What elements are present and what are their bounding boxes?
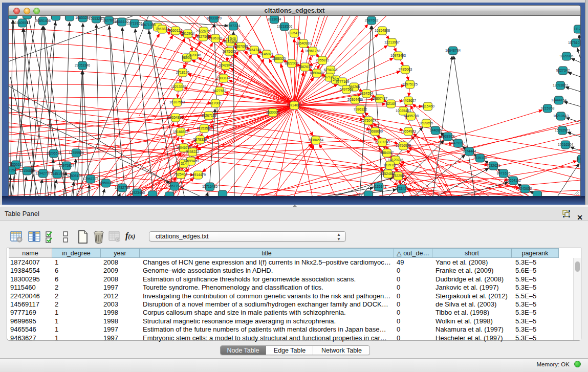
svg-text:10756928: 10756928 bbox=[396, 144, 411, 147]
svg-text:1362615: 1362615 bbox=[298, 65, 312, 69]
svg-text:9327505: 9327505 bbox=[197, 35, 210, 38]
svg-text:6497568: 6497568 bbox=[340, 87, 354, 91]
svg-text:7485063: 7485063 bbox=[399, 68, 412, 71]
svg-text:12942737: 12942737 bbox=[35, 171, 51, 175]
svg-text:8471626: 8471626 bbox=[497, 171, 511, 175]
svg-text:19654923: 19654923 bbox=[401, 129, 416, 133]
svg-text:19218506: 19218506 bbox=[277, 25, 292, 28]
svg-text:1145194: 1145194 bbox=[51, 172, 64, 176]
svg-text:18724007: 18724007 bbox=[287, 103, 302, 107]
svg-text:1530029: 1530029 bbox=[266, 111, 280, 114]
svg-text:14136141: 14136141 bbox=[371, 185, 386, 188]
svg-text:2803144: 2803144 bbox=[217, 76, 231, 80]
svg-text:8990448: 8990448 bbox=[310, 71, 324, 75]
svg-text:3824554: 3824554 bbox=[360, 92, 374, 95]
svg-text:1615112: 1615112 bbox=[383, 163, 397, 167]
svg-text:6479197: 6479197 bbox=[451, 141, 465, 145]
svg-text:2867608: 2867608 bbox=[234, 45, 248, 48]
svg-text:9657791: 9657791 bbox=[168, 184, 182, 188]
svg-text:16648784: 16648784 bbox=[445, 49, 461, 52]
svg-text:7557224: 7557224 bbox=[227, 24, 241, 28]
svg-text:8427552: 8427552 bbox=[213, 89, 227, 93]
svg-text:7386322: 7386322 bbox=[354, 107, 367, 111]
svg-text:19654855: 19654855 bbox=[168, 116, 183, 119]
svg-text:8660124: 8660124 bbox=[169, 29, 183, 32]
svg-text:7955812: 7955812 bbox=[316, 58, 330, 62]
svg-text:314: 314 bbox=[181, 162, 187, 165]
svg-text:9215958: 9215958 bbox=[541, 106, 555, 110]
svg-text:2687682: 2687682 bbox=[365, 18, 379, 22]
svg-text:16961758: 16961758 bbox=[305, 49, 320, 53]
svg-text:10807487: 10807487 bbox=[372, 97, 387, 100]
svg-text:10046794: 10046794 bbox=[176, 146, 191, 149]
svg-text:7632621: 7632621 bbox=[487, 164, 500, 167]
svg-text:29053346: 29053346 bbox=[75, 63, 90, 67]
svg-text:9777169: 9777169 bbox=[336, 80, 350, 83]
svg-text:15751074: 15751074 bbox=[568, 41, 580, 45]
svg-text:14120746: 14120746 bbox=[388, 158, 403, 162]
svg-text:10958147: 10958147 bbox=[98, 181, 114, 185]
svg-text:617006: 617006 bbox=[210, 101, 222, 105]
svg-text:9242845: 9242845 bbox=[219, 63, 233, 67]
svg-text:8186328: 8186328 bbox=[209, 36, 223, 40]
svg-text:8938923: 8938923 bbox=[441, 135, 455, 138]
svg-text:23226058: 23226058 bbox=[196, 29, 211, 33]
svg-text:16154808: 16154808 bbox=[375, 29, 390, 32]
svg-text:19166852: 19166852 bbox=[173, 130, 188, 134]
svg-text:12505135: 12505135 bbox=[67, 174, 82, 178]
svg-text:116753: 116753 bbox=[576, 157, 580, 161]
svg-text:18640910: 18640910 bbox=[296, 41, 311, 45]
svg-text:9245652: 9245652 bbox=[518, 187, 532, 190]
svg-text:62160: 62160 bbox=[386, 102, 396, 105]
svg-text:9227342: 9227342 bbox=[556, 69, 570, 72]
svg-text:20691406: 20691406 bbox=[35, 19, 51, 23]
svg-text:17957223: 17957223 bbox=[83, 177, 98, 181]
svg-text:19384554: 19384554 bbox=[308, 138, 323, 142]
svg-text:1588520: 1588520 bbox=[272, 57, 286, 60]
svg-text:12213389: 12213389 bbox=[171, 85, 186, 89]
svg-text:9329906: 9329906 bbox=[560, 54, 574, 58]
svg-text:14495798: 14495798 bbox=[403, 114, 419, 118]
svg-text:3875685: 3875685 bbox=[223, 50, 236, 53]
svg-text:16210643: 16210643 bbox=[553, 114, 569, 118]
svg-text:98901: 98901 bbox=[182, 56, 192, 59]
svg-text:9146821: 9146821 bbox=[260, 52, 274, 56]
svg-text:8822037: 8822037 bbox=[285, 61, 299, 65]
svg-text:1527602: 1527602 bbox=[102, 18, 116, 22]
svg-text:16033809: 16033809 bbox=[206, 16, 222, 20]
svg-text:8813014: 8813014 bbox=[268, 17, 281, 21]
svg-text:15716485: 15716485 bbox=[202, 185, 217, 188]
svg-text:16405571: 16405571 bbox=[15, 21, 30, 25]
svg-text:12359924: 12359924 bbox=[69, 151, 84, 155]
svg-text:7563822: 7563822 bbox=[156, 27, 169, 31]
svg-text:9115460: 9115460 bbox=[421, 104, 434, 108]
svg-text:12093872: 12093872 bbox=[553, 83, 568, 87]
svg-text:18267110: 18267110 bbox=[201, 114, 216, 117]
svg-text:12156829: 12156829 bbox=[19, 169, 35, 172]
svg-text:5878332: 5878332 bbox=[193, 138, 207, 141]
svg-text:3912954: 3912954 bbox=[181, 32, 195, 35]
svg-text:252254: 252254 bbox=[393, 174, 404, 178]
svg-text:12213967: 12213967 bbox=[384, 40, 400, 44]
svg-text:18307249: 18307249 bbox=[375, 140, 390, 144]
svg-text:10671355: 10671355 bbox=[140, 23, 156, 27]
svg-text:9699695: 9699695 bbox=[420, 121, 433, 125]
svg-text:11353594: 11353594 bbox=[197, 126, 212, 130]
svg-text:12444154: 12444154 bbox=[551, 98, 567, 102]
svg-text:15720407: 15720407 bbox=[361, 119, 376, 122]
svg-text:9327505: 9327505 bbox=[224, 40, 237, 43]
svg-text:9884067: 9884067 bbox=[380, 151, 394, 155]
svg-text:15692971: 15692971 bbox=[555, 128, 570, 132]
svg-text:6794028: 6794028 bbox=[324, 68, 338, 72]
svg-text:10688609: 10688609 bbox=[367, 129, 383, 133]
svg-text:12975125: 12975125 bbox=[402, 82, 418, 86]
svg-text:144095: 144095 bbox=[430, 128, 442, 132]
svg-text:1733426: 1733426 bbox=[395, 187, 409, 190]
svg-text:546: 546 bbox=[230, 37, 236, 40]
svg-text:10975857: 10975857 bbox=[59, 164, 74, 167]
svg-text:14914479: 14914479 bbox=[190, 173, 206, 177]
svg-text:9674444: 9674444 bbox=[463, 149, 476, 153]
svg-text:2718176: 2718176 bbox=[176, 71, 190, 74]
svg-text:12923465: 12923465 bbox=[129, 191, 145, 194]
svg-text:39154: 39154 bbox=[9, 168, 16, 172]
